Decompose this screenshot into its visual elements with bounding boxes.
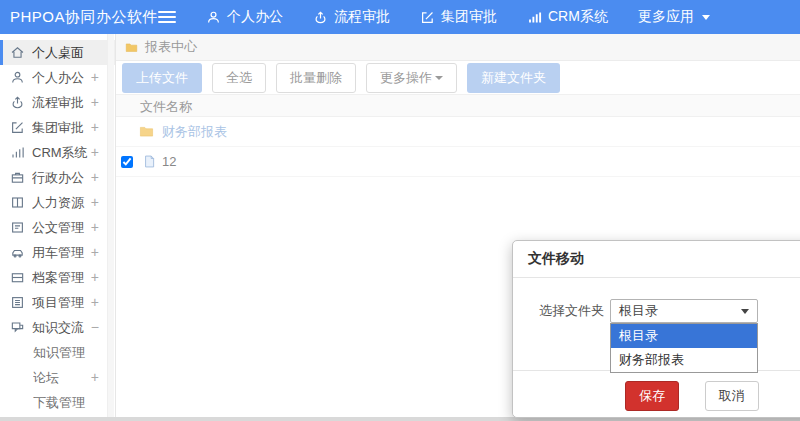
save-button[interactable]: 保存 [625,381,679,411]
table-row-folder[interactable]: 财务部报表 [116,117,800,147]
upload-file-button[interactable]: 上传文件 [122,63,202,93]
sidebar-item-personal-office[interactable]: 个人办公 + [0,65,115,90]
expand-icon[interactable]: + [89,190,99,215]
sidebar-subitem-forum[interactable]: 论坛 + [0,365,115,390]
file-icon [142,154,157,169]
caret-down-icon [435,76,443,80]
nav-item-more-apps[interactable]: 更多应用 [638,8,710,26]
sidebar-scrollbar[interactable] [107,34,114,421]
file-list-header: 文件名称 [116,94,800,117]
nav-item-group-approval[interactable]: 集团审批 [420,8,497,26]
sidebar-subitem-knowledge-management[interactable]: 知识管理 [0,340,115,365]
dialog-footer: 保存 取消 [513,370,800,417]
car-icon [10,245,25,260]
sidebar-item-project-management[interactable]: 项目管理 + [0,290,115,315]
expand-icon[interactable]: + [89,115,99,140]
folder-link[interactable]: 财务部报表 [162,123,227,141]
breadcrumb-label: 报表中心 [145,38,197,56]
dropdown-option-finance-reports[interactable]: 财务部报表 [611,348,757,372]
bar-chart-icon [527,10,542,25]
top-nav: 个人办公 流程审批 集团审批 CRM系统 更多应用 [206,8,740,26]
caret-down-icon [741,309,749,314]
archive-icon [10,270,25,285]
folder-select-dropdown: 根目录 财务部报表 [610,323,758,373]
nav-item-crm[interactable]: CRM系统 [527,8,608,26]
sidebar-item-group-approval[interactable]: 集团审批 + [0,115,115,140]
sidebar-item-admin-office[interactable]: 行政办公 + [0,165,115,190]
nav-item-workflow-approval[interactable]: 流程审批 [313,8,390,26]
folder-icon [138,124,155,139]
menu-toggle-icon[interactable] [158,8,176,26]
person-icon [10,70,25,85]
selected-option-text: 根目录 [619,302,658,320]
file-move-dialog: 文件移动 选择文件夹 根目录 根目录 财务部报表 保存 取消 [512,240,800,418]
expand-icon[interactable]: + [89,365,99,390]
expand-icon[interactable]: + [89,65,99,90]
approval-icon [10,95,25,110]
book-icon [10,195,25,210]
cancel-button[interactable]: 取消 [705,381,759,411]
home-icon [10,45,25,60]
dialog-header: 文件移动 [513,241,800,278]
briefcase-icon [10,170,25,185]
more-operations-button[interactable]: 更多操作 [366,63,457,93]
select-all-button[interactable]: 全选 [212,63,266,93]
bar-chart-icon [10,145,25,160]
breadcrumb: 报表中心 [116,34,800,61]
sidebar-item-crm[interactable]: CRM系统 + [0,140,115,165]
expand-icon[interactable]: + [89,90,99,115]
folder-select-box[interactable]: 根目录 [610,299,758,323]
expand-icon[interactable]: + [89,140,99,165]
file-name: 12 [162,154,176,169]
dialog-body: 选择文件夹 根目录 根目录 财务部报表 [513,278,800,323]
folder-icon [124,41,139,54]
sidebar-item-knowledge-exchange[interactable]: 知识交流 − [0,315,115,340]
project-icon [10,295,25,310]
folder-select: 根目录 根目录 财务部报表 [610,299,758,323]
nav-item-personal-office[interactable]: 个人办公 [206,8,283,26]
document-icon [10,220,25,235]
dialog-title: 文件移动 [528,250,584,266]
collapse-icon[interactable]: − [89,315,99,340]
toolbar: 上传文件 全选 批量删除 更多操作 新建文件夹 [116,61,800,94]
expand-icon[interactable]: + [89,165,99,190]
expand-icon[interactable]: + [89,240,99,265]
expand-icon[interactable]: + [89,290,99,315]
approval-icon [313,10,328,25]
chat-icon [10,320,25,335]
sidebar-item-archive-management[interactable]: 档案管理 + [0,265,115,290]
expand-icon[interactable]: + [89,215,99,240]
folder-select-label: 选择文件夹 [539,299,604,323]
edit-icon [10,120,25,135]
sidebar-subitem-download-management[interactable]: 下载管理 [0,390,115,415]
sidebar: 个人桌面 个人办公 + 流程审批 + 集团审批 + CRM系统 + 行政办公 + [0,34,116,421]
dropdown-option-root[interactable]: 根目录 [611,324,757,348]
batch-delete-button[interactable]: 批量删除 [276,63,356,93]
sidebar-item-workflow-approval[interactable]: 流程审批 + [0,90,115,115]
caret-down-icon [702,15,710,20]
new-folder-button[interactable]: 新建文件夹 [467,63,560,93]
sidebar-item-document-management[interactable]: 公文管理 + [0,215,115,240]
person-icon [206,10,221,25]
file-checkbox[interactable] [121,156,133,168]
table-row-file[interactable]: 12 [116,147,800,177]
edit-icon [420,10,435,25]
expand-icon[interactable]: + [89,265,99,290]
sidebar-item-vehicle-management[interactable]: 用车管理 + [0,240,115,265]
app-logo: PHPOA协同办公软件 [0,8,150,27]
sidebar-item-personal-desktop[interactable]: 个人桌面 [0,40,115,65]
sidebar-item-human-resources[interactable]: 人力资源 + [0,190,115,215]
top-navbar: PHPOA协同办公软件 个人办公 流程审批 集团审批 CRM系统 更多应用 [0,0,800,34]
